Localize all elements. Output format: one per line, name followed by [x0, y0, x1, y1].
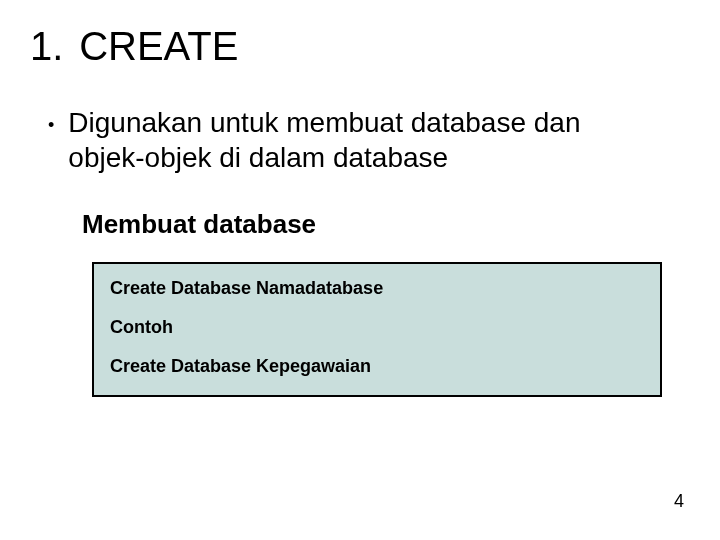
heading-number: 1. — [30, 24, 68, 69]
slide-heading: 1. CREATE — [30, 24, 690, 69]
heading-title: CREATE — [79, 24, 238, 68]
sub-heading: Membuat database — [82, 209, 690, 240]
slide: 1. CREATE • Digunakan untuk membuat data… — [0, 0, 720, 540]
code-example-line: Create Database Kepegawaian — [110, 356, 644, 377]
code-example-label: Contoh — [110, 317, 644, 338]
bullet-item: • Digunakan untuk membuat database dan o… — [48, 105, 690, 175]
code-syntax-line: Create Database Namadatabase — [110, 278, 644, 299]
code-box: Create Database Namadatabase Contoh Crea… — [92, 262, 662, 397]
page-number: 4 — [674, 491, 684, 512]
bullet-dot-icon: • — [48, 114, 54, 137]
bullet-text: Digunakan untuk membuat database dan obj… — [68, 105, 628, 175]
